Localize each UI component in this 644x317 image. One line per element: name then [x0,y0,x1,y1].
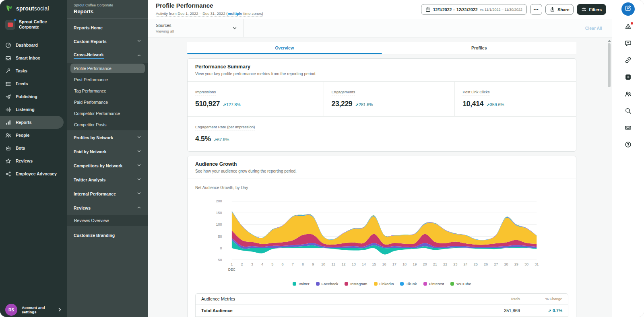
reports-nav-post-performance[interactable]: Post Performance [67,74,148,85]
sidebar-item-people[interactable]: People [0,129,67,142]
svg-text:100: 100 [216,222,222,226]
reports-nav-competitor-posts[interactable]: Competitor Posts [67,119,148,130]
logo[interactable]: sproutsocial [0,0,67,16]
dashboard-icon [5,42,12,48]
metric-label[interactable]: Impressions [195,90,216,95]
legend-item-youtube[interactable]: YouTube [450,282,471,286]
metric-label[interactable]: Engagement Rate (per Impression) [195,125,255,130]
team-button[interactable] [625,91,632,99]
pin-icon [5,68,12,74]
chevron-down-icon [136,148,142,154]
reports-nav-internal-performance[interactable]: Internal Performance [67,187,148,201]
legend-item-twitter[interactable]: Twitter [293,282,310,286]
sidebar-item-publishing[interactable]: Publishing [0,90,67,103]
link-icon [625,57,632,65]
tab-profiles[interactable]: Profiles [382,42,577,54]
help-icon [625,141,632,150]
legend-item-facebook[interactable]: Facebook [316,282,339,286]
reports-nav-reviews[interactable]: Reviews [67,201,148,215]
scroll-up-arrow[interactable] [608,40,611,42]
reports-nav-tag-performance[interactable]: Tag Performance [67,85,148,97]
reports-nav-profiles-by-network[interactable]: Profiles by Network [67,130,148,144]
scrollbar-thumb[interactable] [608,43,611,87]
filters-button[interactable]: Filters [577,4,606,15]
app-window: sproutsocial Sprout Coffee Corporate Das… [0,0,644,317]
row-change: ↗ 0.7% [520,308,562,313]
sidebar-item-listening[interactable]: Listening [0,103,67,116]
svg-text:31: 31 [535,262,539,266]
scrollbar[interactable] [607,40,611,315]
sidebar-item-feeds[interactable]: Feeds [0,77,67,90]
more-options-button[interactable]: ••• [530,4,542,15]
multiple-timezones-link[interactable]: multiple [227,11,242,16]
reports-nav-profile-performance[interactable]: Profile Performance [67,63,148,74]
legend-item-tiktok[interactable]: TikTok [400,282,417,286]
reports-nav-cross-network[interactable]: Cross-Network [67,48,148,63]
svg-text:23: 23 [453,262,457,266]
chevron-right-icon [57,307,62,312]
help-button[interactable] [625,141,632,150]
svg-text:DEC: DEC [228,268,235,272]
reports-nav-customize-branding[interactable]: Customize Branding [67,227,148,243]
svg-text:30: 30 [524,262,528,266]
add-icon [625,74,632,82]
reports-nav-competitor-performance[interactable]: Competitor Performance [67,108,148,119]
tab-overview[interactable]: Overview [187,42,382,54]
net-audience-growth-chart[interactable]: -500501001502001234567891011121314151617… [195,196,568,275]
svg-text:25: 25 [474,262,478,266]
svg-text:13: 13 [352,262,356,266]
sidebar-item-employee-advocacy[interactable]: Employee Advocacy [0,167,67,180]
clear-all-link[interactable]: Clear All [585,26,612,31]
reports-nav-paid-by-network[interactable]: Paid by Network [67,144,148,158]
network-icon [5,171,12,177]
keyboard-button[interactable] [625,124,632,133]
metric-change: ↗127.8% [223,102,240,107]
avatar: RS [5,304,17,316]
svg-text:19: 19 [413,262,417,266]
sidebar-item-bots[interactable]: Bots [0,142,67,154]
utility-rail [612,0,644,317]
sources-dropdown[interactable]: Sources Viewing all [148,19,244,37]
svg-text:15: 15 [372,262,376,266]
sprout-leaf-icon [5,4,13,12]
svg-text:14: 14 [362,262,366,266]
reports-nav-twitter-analysis[interactable]: Twitter Analysis [67,173,148,187]
legend-item-linkedin[interactable]: LinkedIn [374,282,394,286]
reports-nav-paid-performance[interactable]: Paid Performance [67,97,148,108]
compose-button[interactable] [621,2,635,16]
metric-label[interactable]: Post Link Clicks [462,90,489,95]
metric-label[interactable]: Engagements [332,90,355,95]
sidebar-item-dashboard[interactable]: Dashboard [0,39,67,51]
svg-text:8: 8 [302,262,304,266]
reports-nav-reviews-overview[interactable]: Reviews Overview [67,215,148,226]
card-description: View your key profile performance metric… [195,72,568,76]
sidebar-item-smart-inbox[interactable]: Smart Inbox [0,51,67,64]
legend-item-pinterest[interactable]: Pinterest [423,282,444,286]
feeds-icon [5,80,12,87]
notification-dot [14,19,17,21]
date-range-button[interactable]: 12/1/2022 – 12/31/2022 vs 11/1/2022 – 11… [421,4,527,15]
table-row[interactable]: Total Audience 351,869 ↗ 0.7% [196,304,568,316]
add-button[interactable] [625,74,632,82]
svg-text:12: 12 [342,262,346,266]
reports-nav-reports-home[interactable]: Reports Home [67,21,148,34]
svg-text:20: 20 [423,262,427,266]
chevron-down-icon [136,191,142,197]
alerts-button[interactable] [625,23,632,31]
messages-button[interactable] [625,40,632,48]
card-description: See how your audience grew during the re… [195,169,568,173]
legend-item-instagram[interactable]: Instagram [345,282,367,286]
sidebar-item-reports[interactable]: Reports [0,116,64,129]
search-button[interactable] [625,107,632,116]
link-button[interactable] [625,57,632,65]
sliders-icon [581,7,586,12]
search-icon [625,107,632,116]
workspace-switcher[interactable]: Sprout Coffee Corporate [0,16,67,35]
reports-nav-custom-reports[interactable]: Custom Reports [67,34,148,48]
reports-nav-competitors-by-network[interactable]: Competitors by Network [67,158,148,173]
share-button[interactable]: Share [545,4,574,15]
sidebar-item-tasks[interactable]: Tasks [0,64,67,77]
sidebar-item-reviews[interactable]: Reviews [0,154,67,167]
account-and-settings[interactable]: RS Account and settings [0,301,67,317]
main-content: Profile Performance Activity from Dec 1,… [148,0,612,317]
